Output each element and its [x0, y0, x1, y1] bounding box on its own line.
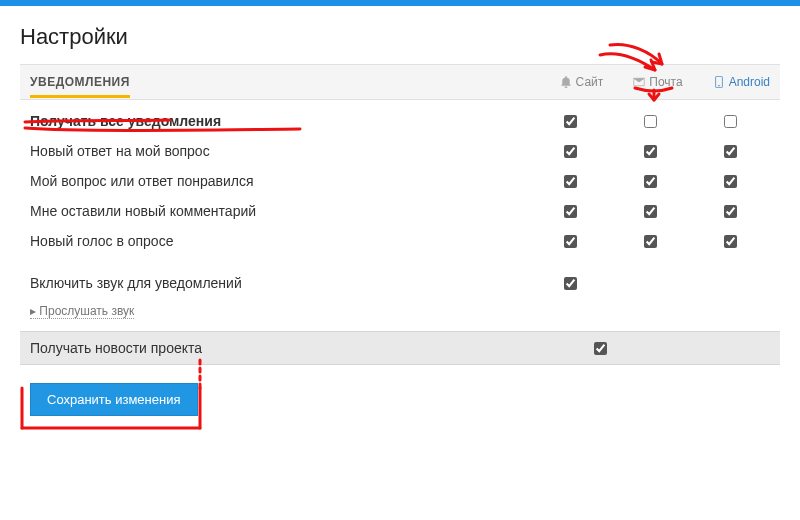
checkbox-android[interactable]: [724, 145, 737, 158]
top-accent-bar: [0, 0, 800, 6]
channel-android-label: Android: [729, 75, 770, 89]
notification-row: Мой вопрос или ответ понравился: [20, 166, 780, 196]
mail-icon: [633, 76, 645, 88]
channel-mail: Почта: [633, 75, 682, 89]
channel-android[interactable]: Android: [713, 75, 770, 89]
sound-toggle-checkbox[interactable]: [564, 277, 577, 290]
notification-rows: Получать все уведомленияНовый ответ на м…: [20, 100, 780, 262]
project-news-checkbox[interactable]: [594, 342, 607, 355]
checkbox-android[interactable]: [724, 235, 737, 248]
checkbox-mail[interactable]: [644, 205, 657, 218]
checkbox-site[interactable]: [564, 115, 577, 128]
notification-row: Новый голос в опросе: [20, 226, 780, 256]
checkbox-mail[interactable]: [644, 145, 657, 158]
notification-row-label: Получать все уведомления: [30, 113, 530, 129]
mobile-icon: [713, 76, 725, 88]
channel-site-label: Сайт: [576, 75, 604, 89]
svg-rect-1: [718, 85, 720, 86]
checkbox-site[interactable]: [564, 175, 577, 188]
save-button[interactable]: Сохранить изменения: [30, 383, 198, 416]
notification-row-label: Мне оставили новый комментарий: [30, 203, 530, 219]
bell-icon: [560, 76, 572, 88]
notification-row-label: Мой вопрос или ответ понравился: [30, 173, 530, 189]
page-title: Настройки: [20, 24, 780, 50]
checkbox-site[interactable]: [564, 235, 577, 248]
project-news-row: Получать новости проекта: [20, 331, 780, 365]
sound-toggle-label: Включить звук для уведомлений: [30, 275, 530, 291]
checkbox-android[interactable]: [724, 175, 737, 188]
notification-row: Получать все уведомления: [20, 106, 780, 136]
project-news-label: Получать новости проекта: [30, 340, 590, 356]
tab-notifications[interactable]: УВЕДОМЛЕНИЯ: [30, 75, 130, 98]
checkbox-mail[interactable]: [644, 175, 657, 188]
checkbox-android[interactable]: [724, 115, 737, 128]
notification-row: Новый ответ на мой вопрос: [20, 136, 780, 166]
notification-row-label: Новый ответ на мой вопрос: [30, 143, 530, 159]
checkbox-android[interactable]: [724, 205, 737, 218]
channel-mail-label: Почта: [649, 75, 682, 89]
notification-row-label: Новый голос в опросе: [30, 233, 530, 249]
notifications-section-header: УВЕДОМЛЕНИЯ Сайт Почта Android: [20, 64, 780, 100]
channel-site: Сайт: [560, 75, 604, 89]
notification-row: Мне оставили новый комментарий: [20, 196, 780, 226]
checkbox-site[interactable]: [564, 145, 577, 158]
listen-sound-link[interactable]: Прослушать звук: [30, 304, 134, 319]
checkbox-mail[interactable]: [644, 235, 657, 248]
checkbox-site[interactable]: [564, 205, 577, 218]
checkbox-mail[interactable]: [644, 115, 657, 128]
